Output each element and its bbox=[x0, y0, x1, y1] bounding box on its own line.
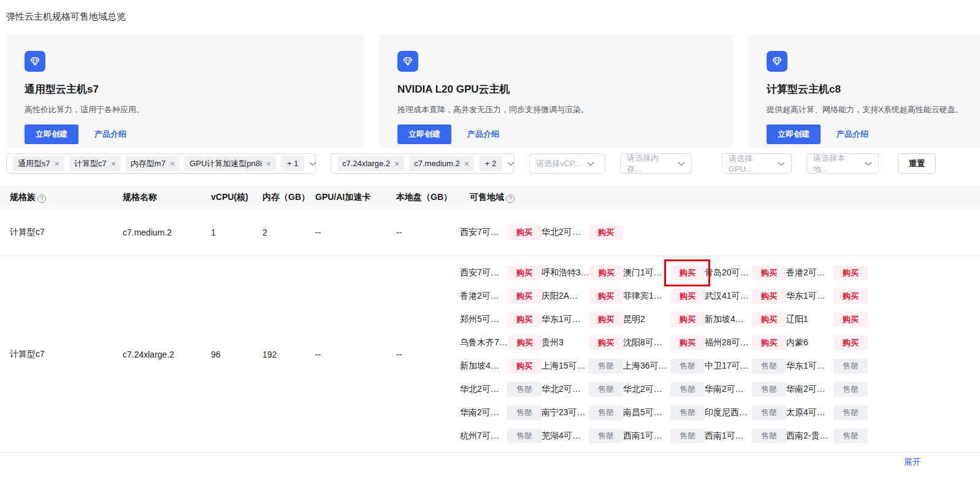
cell-gpu: -- bbox=[315, 228, 396, 237]
product-intro-link[interactable]: 产品介绍 bbox=[467, 129, 499, 140]
region-entry: 上海15可…售罄 bbox=[542, 359, 623, 374]
buy-badge[interactable]: 购买 bbox=[589, 335, 623, 350]
card-actions: 立即创建 产品介绍 bbox=[25, 125, 346, 144]
region-entry: 华东1可…购买 bbox=[786, 289, 868, 304]
close-icon[interactable]: × bbox=[170, 159, 175, 168]
region-entry: 贵州3购买 bbox=[542, 335, 623, 350]
region-name: 香港2可… bbox=[460, 291, 499, 302]
family-filter-multiselect[interactable]: 通用型s7×计算型c7×内存型m7×GPU计算加速型pn8i× + 1 bbox=[6, 153, 316, 174]
gem-icon bbox=[397, 51, 418, 72]
region-name: 香港2可… bbox=[786, 267, 825, 278]
question-circle-icon[interactable]: ? bbox=[37, 194, 46, 203]
soldout-badge: 售罄 bbox=[507, 405, 542, 420]
buy-badge[interactable]: 购买 bbox=[589, 289, 623, 304]
close-icon[interactable]: × bbox=[464, 159, 469, 168]
close-icon[interactable]: × bbox=[55, 159, 59, 168]
header-memory: 内存（GB） bbox=[262, 192, 315, 203]
spec-filter-multiselect[interactable]: c7.24xlarge.2×c7.medium.2× + 2 bbox=[331, 153, 515, 174]
soldout-badge: 售罄 bbox=[833, 429, 868, 443]
create-now-button[interactable]: 立即创建 bbox=[767, 125, 821, 144]
chevron-down-icon bbox=[778, 161, 785, 166]
family-more-tag[interactable]: + 1 bbox=[281, 156, 304, 171]
buy-badge[interactable]: 购买 bbox=[589, 225, 623, 240]
filter-tag: 计算型c7× bbox=[69, 156, 121, 171]
reset-button[interactable]: 重置 bbox=[898, 153, 936, 174]
buy-badge[interactable]: 购买 bbox=[670, 335, 705, 350]
region-entry: 辽阳1购买 bbox=[786, 312, 868, 327]
gpu-select[interactable]: 请选择GPU... bbox=[722, 153, 792, 174]
buy-badge[interactable]: 购买 bbox=[752, 266, 786, 280]
cell-local-disk: -- bbox=[396, 228, 460, 237]
soldout-badge: 售罄 bbox=[589, 382, 623, 397]
region-entry: 青岛20可…购买 bbox=[705, 266, 786, 280]
close-icon[interactable]: × bbox=[394, 159, 399, 168]
region-row: 西安7可…购买呼和浩特3…购买澳门1可…购买青岛20可…购买香港2可…购买 bbox=[460, 261, 980, 285]
filter-tag: GPU计算加速型pn8i× bbox=[185, 156, 276, 171]
region-row: 郑州5可…购买华东1可…购买昆明2购买新加坡4…购买辽阳1购买 bbox=[460, 308, 980, 331]
spec-more-tag[interactable]: + 2 bbox=[479, 156, 502, 171]
card-description: 高性价比算力，适用于各种应用。 bbox=[25, 104, 346, 115]
soldout-badge: 售罄 bbox=[670, 359, 705, 374]
chevron-down-icon[interactable] bbox=[309, 161, 316, 166]
memory-select-placeholder: 请选择内存... bbox=[627, 153, 672, 175]
local-disk-select[interactable]: 请选择本地... bbox=[806, 153, 879, 174]
buy-badge[interactable]: 购买 bbox=[507, 289, 542, 304]
create-now-button[interactable]: 立即创建 bbox=[25, 125, 78, 144]
chevron-down-icon bbox=[678, 161, 685, 166]
region-entry: 华东1可…售罄 bbox=[786, 359, 868, 374]
buy-badge[interactable]: 购买 bbox=[752, 289, 786, 304]
buy-badge[interactable]: 购买 bbox=[508, 335, 542, 350]
region-entry: 上海36可…售罄 bbox=[623, 359, 705, 374]
region-entry: 杭州7可…售罄 bbox=[460, 429, 542, 443]
product-intro-link[interactable]: 产品介绍 bbox=[94, 129, 126, 140]
buy-badge[interactable]: 购买 bbox=[833, 335, 868, 350]
buy-badge[interactable]: 购买 bbox=[507, 266, 542, 280]
region-name: 沈阳8可… bbox=[623, 337, 662, 348]
region-entry: 太原4可…售罄 bbox=[786, 405, 868, 420]
chevron-down-icon bbox=[865, 161, 872, 166]
buy-badge[interactable]: 购买 bbox=[670, 289, 705, 304]
buy-badge[interactable]: 购买 bbox=[507, 359, 542, 374]
filter-tag: 内存型m7× bbox=[126, 156, 180, 171]
buy-badge[interactable]: 购买 bbox=[833, 289, 868, 304]
chevron-down-icon[interactable] bbox=[507, 161, 515, 166]
buy-badge[interactable]: 购买 bbox=[752, 312, 786, 327]
vcpu-select[interactable]: 请选择vCP... bbox=[529, 153, 605, 174]
header-regions: 可售地域? bbox=[460, 192, 980, 204]
region-name: 福州28可… bbox=[705, 337, 749, 348]
cell-vcpu: 1 bbox=[211, 228, 262, 237]
buy-badge[interactable]: 购买 bbox=[833, 312, 868, 327]
buy-badge[interactable]: 购买 bbox=[507, 312, 542, 327]
buy-badge[interactable]: 购买 bbox=[589, 266, 624, 280]
soldout-badge: 售罄 bbox=[589, 359, 623, 374]
region-name: 庆阳2A… bbox=[542, 291, 578, 302]
close-icon[interactable]: × bbox=[266, 159, 271, 168]
region-entry: 西安7可…购买 bbox=[460, 225, 542, 240]
buy-badge[interactable]: 购买 bbox=[752, 335, 786, 350]
cell-regions: 西安7可…购买华北2可…购买 bbox=[460, 221, 980, 244]
region-entry: 西安7可…购买 bbox=[460, 266, 542, 280]
buy-badge[interactable]: 购买 bbox=[670, 266, 705, 280]
question-circle-icon[interactable]: ? bbox=[506, 194, 515, 203]
create-now-button[interactable]: 立即创建 bbox=[397, 125, 451, 144]
header-vcpu: vCPU(核) bbox=[211, 192, 262, 203]
region-entry: 华北2可…售罄 bbox=[623, 382, 705, 397]
buy-badge[interactable]: 购买 bbox=[507, 225, 542, 240]
cell-regions: 西安7可…购买呼和浩特3…购买澳门1可…购买青岛20可…购买香港2可…购买香港2… bbox=[460, 261, 980, 448]
memory-select[interactable]: 请选择内存... bbox=[620, 153, 692, 174]
buy-badge[interactable]: 购买 bbox=[670, 312, 705, 327]
region-row: 西安7可…购买华北2可…购买 bbox=[460, 221, 980, 244]
product-intro-link[interactable]: 产品介绍 bbox=[836, 129, 868, 140]
local-disk-select-placeholder: 请选择本地... bbox=[813, 153, 859, 175]
buy-badge[interactable]: 购买 bbox=[833, 266, 868, 280]
close-icon[interactable]: × bbox=[111, 159, 116, 168]
table-row: 计算型c7 c7.24xlarge.2 96 192 -- -- 西安7可…购买… bbox=[0, 256, 980, 453]
region-name: 乌鲁木齐7… bbox=[460, 337, 508, 348]
expand-link[interactable]: 展开 bbox=[904, 457, 921, 467]
table-header-row: 规格族? 规格名称 vCPU(核) 内存（GB） GPU/AI加速卡 本地盘（G… bbox=[0, 186, 980, 209]
region-name: 西安7可… bbox=[460, 267, 499, 278]
region-entry: 华北2可…售罄 bbox=[460, 382, 542, 397]
region-entry: 新加坡4…购买 bbox=[705, 312, 786, 327]
buy-badge[interactable]: 购买 bbox=[589, 312, 623, 327]
filter-tag-label: 内存型m7 bbox=[131, 156, 166, 171]
